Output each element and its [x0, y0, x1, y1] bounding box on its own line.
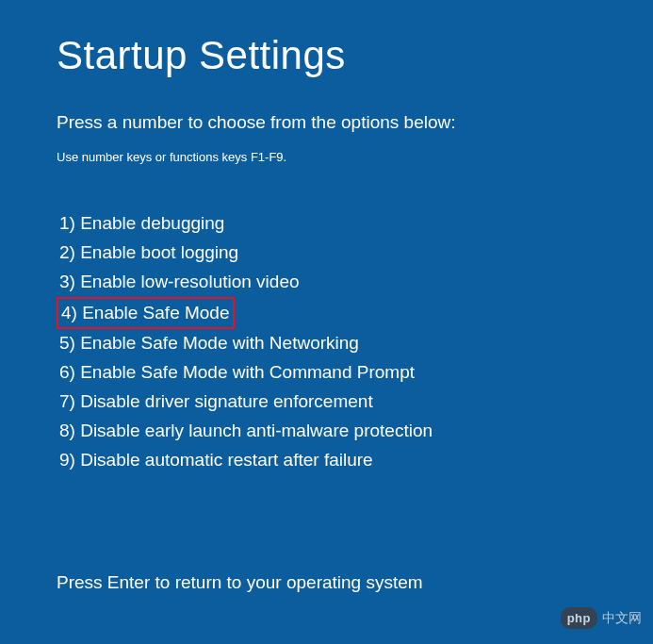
option-enable-debugging[interactable]: 1) Enable debugging: [57, 209, 227, 238]
option-enable-safe-mode[interactable]: 4) Enable Safe Mode: [57, 297, 235, 329]
hint-text: Use number keys or functions keys F1-F9.: [57, 150, 653, 164]
instruction-text: Press a number to choose from the option…: [57, 112, 653, 133]
footer-instruction: Press Enter to return to your operating …: [57, 572, 423, 593]
option-enable-safe-mode-command-prompt[interactable]: 6) Enable Safe Mode with Command Prompt: [57, 358, 417, 387]
option-disable-driver-signature[interactable]: 7) Disable driver signature enforcement: [57, 388, 376, 416]
watermark-logo: php: [561, 607, 597, 629]
watermark: php 中文网: [561, 607, 642, 629]
startup-options-list: 1) Enable debugging 2) Enable boot loggi…: [57, 209, 653, 475]
option-enable-boot-logging[interactable]: 2) Enable boot logging: [57, 239, 241, 267]
option-enable-safe-mode-networking[interactable]: 5) Enable Safe Mode with Networking: [57, 329, 362, 357]
option-disable-automatic-restart[interactable]: 9) Disable automatic restart after failu…: [57, 446, 376, 474]
option-disable-early-launch-antimalware[interactable]: 8) Disable early launch anti-malware pro…: [57, 417, 435, 445]
option-enable-low-resolution-video[interactable]: 3) Enable low-resolution video: [57, 268, 302, 296]
watermark-text: 中文网: [602, 610, 642, 627]
page-title: Startup Settings: [57, 33, 653, 78]
